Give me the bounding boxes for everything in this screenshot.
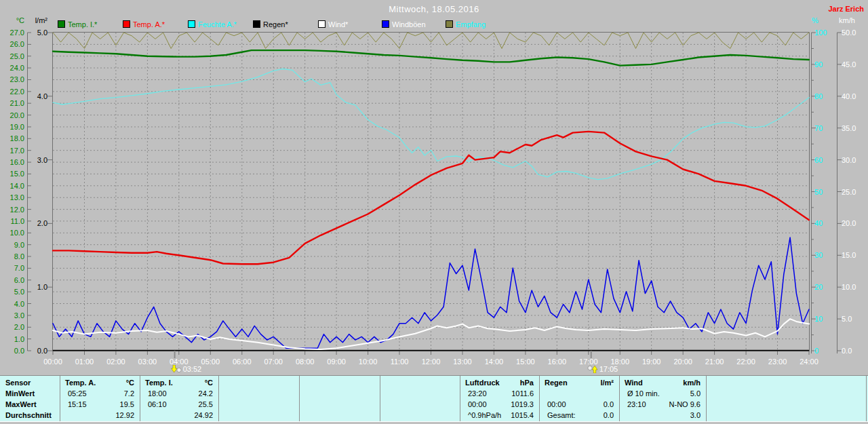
temp-tick-label: 21.0 bbox=[1, 99, 24, 107]
temp-tick-label: 11.0 bbox=[1, 217, 24, 225]
hour-tick-label: 01:00 bbox=[69, 358, 99, 366]
table-column-separator bbox=[460, 376, 460, 421]
humidity-tick-label: 100 bbox=[814, 28, 827, 37]
humidity-tick-label: 90 bbox=[814, 60, 823, 69]
table-col-unit: l/m² bbox=[542, 379, 614, 387]
table-column-separator bbox=[866, 376, 867, 421]
temp-tick-label: 8.0 bbox=[1, 252, 24, 261]
table-row-label: Sensor bbox=[5, 379, 31, 387]
hour-tick-label: 11:00 bbox=[384, 358, 414, 366]
hour-tick-label: 16:00 bbox=[542, 358, 572, 366]
temp-tick-label: 3.0 bbox=[1, 311, 24, 320]
hour-tick-label: 21:00 bbox=[700, 358, 730, 366]
table-column-separator bbox=[706, 376, 707, 421]
table-col-unit: °C bbox=[62, 379, 134, 387]
rain-tick-label: 1.0 bbox=[27, 283, 47, 291]
temp-tick-label: 4.0 bbox=[1, 300, 24, 308]
moon-set-icon bbox=[171, 365, 182, 373]
temp-tick-label: 19.0 bbox=[1, 123, 24, 131]
table-column-separator bbox=[218, 376, 219, 421]
humidity-tick-label: 30 bbox=[814, 251, 823, 259]
table-column-separator bbox=[60, 376, 60, 421]
time-marker-1705: 17:05 bbox=[587, 365, 618, 373]
temp-tick-label: 18.0 bbox=[1, 134, 24, 142]
rain-tick-label: 3.0 bbox=[27, 156, 47, 164]
wind-tick-label: 0.0 bbox=[842, 347, 852, 355]
table-column-separator bbox=[299, 376, 300, 421]
wind-tick-label: 45.0 bbox=[842, 60, 856, 69]
table-value-cell: 1011.6 bbox=[462, 389, 534, 398]
wind-tick-label: 25.0 bbox=[842, 188, 856, 196]
rain-tick-label: 5.0 bbox=[27, 28, 47, 37]
temp-tick-label: 25.0 bbox=[1, 52, 24, 60]
humidity-tick-label: 20 bbox=[814, 283, 823, 291]
table-value-cell: N-NO 9.6 bbox=[622, 400, 701, 409]
table-row-label: Durchschnitt bbox=[5, 411, 52, 420]
hour-tick-label: 09:00 bbox=[321, 358, 351, 366]
table-value-cell: 3.0 bbox=[622, 411, 701, 420]
temp-tick-label: 9.0 bbox=[1, 241, 24, 249]
table-col-unit: km/h bbox=[622, 379, 701, 387]
temp-tick-label: 7.0 bbox=[1, 264, 24, 272]
table-col-unit: hPa bbox=[462, 379, 534, 387]
rain-tick-label: 2.0 bbox=[27, 219, 47, 227]
hour-tick-label: 13:00 bbox=[448, 358, 477, 366]
table-value-cell: 5.0 bbox=[622, 389, 701, 398]
table-value-cell: 1019.3 bbox=[462, 400, 534, 409]
humidity-tick-label: 40 bbox=[814, 219, 823, 227]
hour-tick-label: 06:00 bbox=[227, 358, 257, 366]
temp-tick-label: 1.0 bbox=[1, 335, 24, 343]
table-value-cell: 24.2 bbox=[142, 389, 213, 398]
temp-tick-label: 2.0 bbox=[1, 323, 24, 331]
table-value-cell: 1015.4 bbox=[462, 411, 534, 420]
hour-tick-label: 03:00 bbox=[132, 358, 162, 366]
moon-rise-icon bbox=[587, 365, 598, 373]
temp-tick-label: 26.0 bbox=[1, 40, 24, 48]
hour-tick-label: 19:00 bbox=[637, 358, 667, 366]
humidity-tick-label: 80 bbox=[814, 92, 823, 100]
humidity-tick-label: 60 bbox=[814, 156, 823, 164]
temp-tick-label: 13.0 bbox=[1, 193, 24, 201]
wind-tick-label: 35.0 bbox=[842, 124, 856, 132]
hour-tick-label: 20:00 bbox=[668, 358, 698, 366]
table-column-separator bbox=[140, 376, 140, 421]
temp-tick-label: 23.0 bbox=[1, 75, 24, 83]
hour-tick-label: 15:00 bbox=[511, 358, 540, 366]
wind-tick-label: 30.0 bbox=[842, 156, 856, 164]
table-value-cell: 0.0 bbox=[542, 411, 614, 420]
humidity-tick-label: 0 bbox=[814, 347, 818, 355]
temp-tick-label: 0.0 bbox=[1, 347, 24, 355]
hour-tick-label: 08:00 bbox=[290, 358, 320, 366]
humidity-tick-label: 70 bbox=[814, 124, 823, 132]
table-row-label: MaxWert bbox=[5, 400, 37, 409]
temp-tick-label: 5.0 bbox=[1, 288, 24, 296]
table-column-separator bbox=[380, 376, 380, 421]
temp-tick-label: 12.0 bbox=[1, 206, 24, 214]
temp-tick-label: 16.0 bbox=[1, 158, 24, 166]
wind-tick-label: 5.0 bbox=[842, 315, 852, 323]
time-marker-0352: 03:52 bbox=[171, 365, 202, 373]
rain-tick-label: 0.0 bbox=[27, 347, 47, 355]
table-value-cell: 12.92 bbox=[62, 411, 134, 420]
temp-tick-label: 14.0 bbox=[1, 182, 24, 190]
temp-tick-label: 20.0 bbox=[1, 111, 24, 119]
stats-table: SensorMinWertMaxWertDurchschnittTemp. A.… bbox=[0, 375, 868, 421]
temp-tick-label: 17.0 bbox=[1, 147, 24, 155]
temp-tick-label: 24.0 bbox=[1, 64, 24, 72]
rain-tick-label: 4.0 bbox=[27, 92, 47, 100]
marker-time-label: 03:52 bbox=[183, 365, 202, 373]
temp-tick-label: 15.0 bbox=[1, 170, 24, 178]
hour-tick-label: 00:00 bbox=[38, 358, 68, 366]
temp-tick-label: 10.0 bbox=[1, 229, 24, 237]
hour-tick-label: 23:00 bbox=[763, 358, 793, 366]
hour-tick-label: 14:00 bbox=[479, 358, 509, 366]
table-value-cell: 0.0 bbox=[542, 400, 614, 409]
wind-tick-label: 15.0 bbox=[842, 251, 856, 259]
humidity-tick-label: 10 bbox=[814, 315, 823, 323]
table-value-cell: 19.5 bbox=[62, 400, 134, 409]
weather-chart-window: Mittwoch, 18.05.2016 Jarz Erich Temp. I.… bbox=[0, 0, 868, 424]
hour-tick-label: 22:00 bbox=[731, 358, 761, 366]
wind-tick-label: 40.0 bbox=[842, 92, 856, 100]
temp-tick-label: 6.0 bbox=[1, 276, 24, 284]
hour-tick-label: 24:00 bbox=[794, 358, 824, 366]
